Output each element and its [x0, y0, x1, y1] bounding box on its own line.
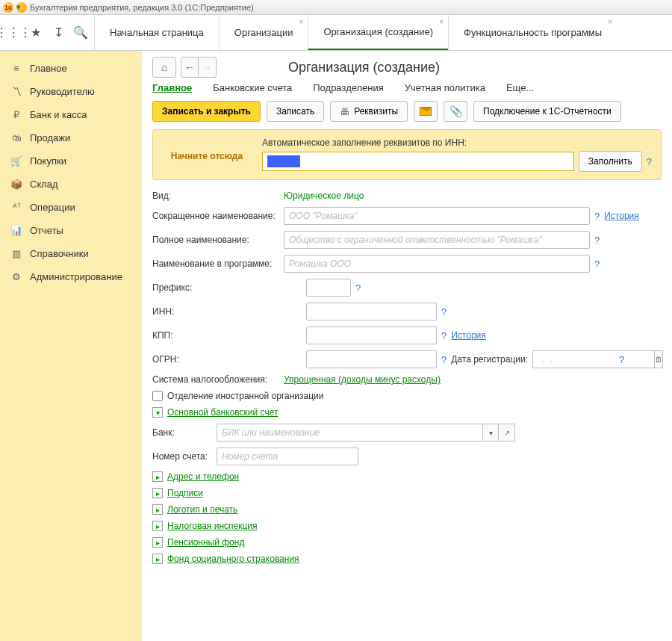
sidebar-item-reports[interactable]: 📊Отчеты	[0, 219, 142, 242]
requisites-button[interactable]: Реквизиты	[330, 101, 408, 122]
section-label: Налоговая инспекция	[167, 521, 258, 531]
section-address[interactable]: ▸Адрес и телефон	[152, 471, 662, 482]
attach-button[interactable]: 📎	[444, 101, 467, 122]
history-link[interactable]: История	[604, 211, 639, 221]
short-name-input[interactable]	[284, 207, 590, 225]
sidebar-item-label: Администрирование	[30, 271, 122, 282]
help-icon[interactable]: ?	[647, 156, 652, 167]
section-bank-account[interactable]: ▾ Основной банковский счет	[152, 407, 662, 418]
section-label: Основной банковский счет	[167, 407, 278, 418]
sidebar-item-manager[interactable]: 〽Руководителю	[0, 80, 142, 103]
close-icon[interactable]: ×	[439, 18, 444, 26]
prog-name-input[interactable]	[284, 255, 590, 273]
connect-reporting-button[interactable]: Подключение к 1С-Отчетности	[473, 101, 621, 122]
close-icon[interactable]: ×	[608, 18, 612, 26]
sidebar-item-label: Продажи	[30, 132, 70, 143]
subtab-more[interactable]: Еще...	[506, 82, 534, 93]
apps-icon[interactable]: ⋮⋮⋮	[3, 22, 24, 43]
paperclip-icon: 📎	[449, 105, 462, 117]
sidebar-item-refs[interactable]: ▥Справочники	[0, 242, 142, 265]
start-here-panel: Начните отсюда Автоматическое заполнение…	[152, 129, 662, 180]
section-label: Логотип и печать	[167, 504, 237, 515]
envelope-icon	[420, 107, 432, 116]
back-button[interactable]: ←	[181, 57, 199, 78]
dropdown-icon[interactable]: ▾	[16, 2, 27, 13]
tab-functionality[interactable]: Функциональность программы ×	[448, 15, 617, 50]
tab-start-page[interactable]: Начальная страница	[94, 15, 219, 50]
close-icon[interactable]: ×	[299, 18, 304, 26]
help-icon[interactable]: ?	[594, 235, 600, 246]
tax-system-link[interactable]: Упрощенная (доходы минус расходы)	[284, 374, 441, 385]
page-title: Организация (создание)	[288, 60, 440, 75]
help-icon[interactable]: ?	[594, 211, 600, 222]
full-name-input[interactable]	[284, 231, 590, 249]
sidebar-item-admin[interactable]: ⚙Администрирование	[0, 265, 142, 288]
fill-button[interactable]: Заполнить	[579, 151, 642, 172]
sidebar-item-label: Главное	[30, 63, 67, 74]
checkbox-input[interactable]	[152, 391, 163, 401]
button-label: Заполнить	[588, 156, 632, 167]
help-icon[interactable]: ?	[594, 258, 600, 270]
help-icon[interactable]: ?	[441, 330, 447, 341]
ogrn-field[interactable]	[306, 350, 437, 368]
home-button[interactable]: ⌂	[152, 57, 176, 78]
save-button[interactable]: Записать	[267, 101, 324, 122]
section-pension[interactable]: ▸Пенсионный фонд	[152, 537, 662, 548]
account-label: Номер счета:	[152, 451, 212, 462]
help-icon[interactable]: ?	[355, 282, 361, 294]
tab-organization-create[interactable]: Организация (создание) ×	[308, 15, 448, 50]
collapse-icon: ▾	[152, 407, 163, 418]
history-icon[interactable]: ↧	[48, 22, 69, 43]
sidebar-item-operations[interactable]: ᴬᵀОперации	[0, 196, 142, 219]
help-icon[interactable]: ?	[441, 306, 447, 318]
sidebar-item-label: Справочники	[30, 248, 89, 259]
sidebar-item-sales[interactable]: 🛍Продажи	[0, 126, 142, 149]
open-icon[interactable]: ↗	[499, 424, 515, 442]
bank-label: Банк:	[152, 427, 212, 438]
subtabs: Главное Банковские счета Подразделения У…	[152, 82, 662, 93]
sidebar-item-warehouse[interactable]: 📦Склад	[0, 173, 142, 196]
sidebar-item-label: Отчеты	[30, 225, 63, 236]
main-content: ⌂ ← → Организация (создание) Главное Бан…	[142, 51, 672, 641]
section-logo[interactable]: ▸Логотип и печать	[152, 504, 662, 515]
prefix-input[interactable]	[306, 279, 351, 297]
inn-input[interactable]	[262, 152, 574, 171]
window-title: Бухгалтерия предприятия, редакция 3.0 (1…	[30, 3, 254, 12]
dropdown-icon[interactable]: ▾	[482, 424, 499, 442]
section-label: Подписи	[167, 488, 203, 498]
account-input[interactable]	[217, 448, 358, 465]
kpp-field[interactable]	[306, 326, 437, 344]
foreign-branch-checkbox[interactable]: Отделение иностранной организации	[152, 391, 662, 401]
help-icon[interactable]: ?	[619, 354, 624, 365]
gear-icon: ⚙	[10, 271, 22, 282]
top-toolbar: ⋮⋮⋮ ★ ↧ 🔍 Начальная страница Организации…	[0, 15, 672, 51]
save-and-close-button[interactable]: Записать и закрыть	[152, 101, 261, 122]
subtab-bank-accounts[interactable]: Банковские счета	[213, 82, 292, 93]
tab-organizations[interactable]: Организации ×	[219, 15, 308, 50]
inn-field[interactable]	[306, 303, 437, 320]
section-signatures[interactable]: ▸Подписи	[152, 488, 662, 498]
calendar-icon[interactable]: 🗓	[654, 350, 663, 368]
section-label: Фонд социального страхования	[167, 554, 299, 564]
subtab-divisions[interactable]: Подразделения	[313, 82, 384, 93]
forward-button[interactable]: →	[199, 57, 217, 78]
history-link[interactable]: История	[451, 330, 486, 341]
sidebar-item-purchases[interactable]: 🛒Покупки	[0, 149, 142, 173]
star-icon[interactable]: ★	[25, 22, 46, 43]
subtab-policy[interactable]: Учетная политика	[405, 82, 485, 93]
prog-name-label: Наименование в программе:	[152, 258, 279, 269]
sidebar-item-label: Склад	[30, 179, 58, 190]
sidebar-item-bank[interactable]: ₽Банк и касса	[0, 103, 142, 126]
subtab-main[interactable]: Главное	[152, 82, 192, 93]
search-icon[interactable]: 🔍	[70, 22, 91, 43]
sidebar-item-main[interactable]: ≡Главное	[0, 57, 142, 80]
help-icon[interactable]: ?	[441, 354, 447, 365]
section-tax-inspection[interactable]: ▸Налоговая инспекция	[152, 521, 662, 531]
section-social[interactable]: ▸Фонд социального страхования	[152, 554, 662, 564]
bank-input[interactable]	[217, 424, 482, 442]
mail-button[interactable]	[414, 101, 438, 122]
vid-value: Юридическое лицо	[284, 191, 364, 201]
button-label: Записать и закрыть	[162, 106, 251, 117]
start-here-label: Начните отсюда	[162, 137, 252, 161]
reg-date-input[interactable]	[532, 350, 654, 368]
